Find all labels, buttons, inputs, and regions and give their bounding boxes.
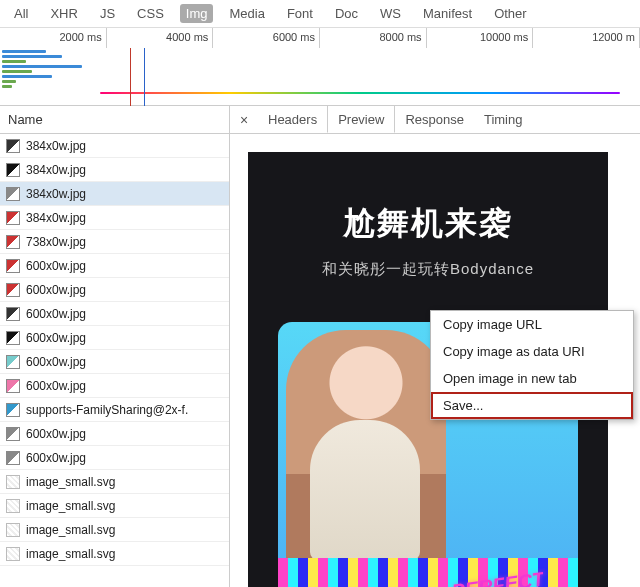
file-svg-icon (6, 475, 20, 489)
file-image-icon (6, 331, 20, 345)
preview-image-subtitle: 和关晓彤一起玩转Bodydance (248, 260, 608, 279)
file-image-icon (6, 379, 20, 393)
context-menu-item[interactable]: Copy image URL (431, 311, 633, 338)
request-name: 600x0w.jpg (26, 283, 86, 297)
filter-all[interactable]: All (8, 4, 34, 23)
filter-css[interactable]: CSS (131, 4, 170, 23)
request-name: image_small.svg (26, 523, 115, 537)
file-image-icon (6, 355, 20, 369)
context-menu-item[interactable]: Copy image as data URI (431, 338, 633, 365)
request-row[interactable]: 600x0w.jpg (0, 326, 229, 350)
file-image-icon (6, 283, 20, 297)
request-name: 600x0w.jpg (26, 331, 86, 345)
filter-ws[interactable]: WS (374, 4, 407, 23)
preview-image-title: 尬舞机来袭 (248, 152, 608, 246)
context-menu-item[interactable]: Save... (431, 392, 633, 419)
file-svg-icon (6, 523, 20, 537)
context-menu-item[interactable]: Open image in new tab (431, 365, 633, 392)
tab-response[interactable]: Response (395, 106, 474, 133)
detail-tabs: × HeadersPreviewResponseTiming (230, 106, 640, 134)
filter-js[interactable]: JS (94, 4, 121, 23)
filter-font[interactable]: Font (281, 4, 319, 23)
request-name: 600x0w.jpg (26, 259, 86, 273)
request-name: 384x0w.jpg (26, 211, 86, 225)
request-row[interactable]: 600x0w.jpg (0, 278, 229, 302)
request-name: 384x0w.jpg (26, 139, 86, 153)
file-image-icon (6, 211, 20, 225)
filter-manifest[interactable]: Manifest (417, 4, 478, 23)
request-list[interactable]: 384x0w.jpg384x0w.jpg384x0w.jpg384x0w.jpg… (0, 134, 229, 587)
request-name: image_small.svg (26, 475, 115, 489)
request-row[interactable]: 600x0w.jpg (0, 254, 229, 278)
request-name: 384x0w.jpg (26, 187, 86, 201)
request-name: 600x0w.jpg (26, 427, 86, 441)
timeline-tick: 8000 ms (320, 28, 427, 48)
file-image-icon (6, 427, 20, 441)
timeline-body (0, 48, 640, 106)
network-filter-bar: AllXHRJSCSSImgMediaFontDocWSManifestOthe… (0, 0, 640, 28)
request-name: 600x0w.jpg (26, 451, 86, 465)
request-row[interactable]: supports-FamilySharing@2x-f. (0, 398, 229, 422)
request-row[interactable]: image_small.svg (0, 518, 229, 542)
file-image-icon (6, 139, 20, 153)
file-image-icon (6, 451, 20, 465)
request-name: 600x0w.jpg (26, 307, 86, 321)
timeline-tick: 2000 ms (0, 28, 107, 48)
filter-media[interactable]: Media (223, 4, 270, 23)
timeline-tick: 12000 m (533, 28, 640, 48)
timeline-tick: 4000 ms (107, 28, 214, 48)
file-image-icon (6, 403, 20, 417)
request-row[interactable]: 600x0w.jpg (0, 446, 229, 470)
filter-doc[interactable]: Doc (329, 4, 364, 23)
timeline-ruler: 2000 ms4000 ms6000 ms8000 ms10000 ms1200… (0, 28, 640, 48)
request-row[interactable]: 384x0w.jpg (0, 182, 229, 206)
request-row[interactable]: 600x0w.jpg (0, 422, 229, 446)
file-svg-icon (6, 547, 20, 561)
tab-preview[interactable]: Preview (327, 106, 395, 133)
timeline-tick: 10000 ms (427, 28, 534, 48)
filter-img[interactable]: Img (180, 4, 214, 23)
filter-other[interactable]: Other (488, 4, 533, 23)
request-name: 600x0w.jpg (26, 379, 86, 393)
image-context-menu: Copy image URLCopy image as data URIOpen… (430, 310, 634, 420)
request-row[interactable]: 600x0w.jpg (0, 374, 229, 398)
tab-headers[interactable]: Headers (258, 106, 327, 133)
request-list-panel: Name 384x0w.jpg384x0w.jpg384x0w.jpg384x0… (0, 106, 230, 587)
timeline-tick: 6000 ms (213, 28, 320, 48)
request-name: 384x0w.jpg (26, 163, 86, 177)
request-row[interactable]: image_small.svg (0, 494, 229, 518)
file-image-icon (6, 235, 20, 249)
filter-xhr[interactable]: XHR (44, 4, 83, 23)
file-image-icon (6, 307, 20, 321)
request-name: image_small.svg (26, 499, 115, 513)
file-image-icon (6, 187, 20, 201)
request-name: supports-FamilySharing@2x-f. (26, 403, 188, 417)
request-name: image_small.svg (26, 547, 115, 561)
close-icon[interactable]: × (230, 112, 258, 128)
request-row[interactable]: image_small.svg (0, 470, 229, 494)
file-image-icon (6, 163, 20, 177)
request-row[interactable]: 600x0w.jpg (0, 350, 229, 374)
file-image-icon (6, 259, 20, 273)
tab-timing[interactable]: Timing (474, 106, 533, 133)
timeline-overview[interactable]: 2000 ms4000 ms6000 ms8000 ms10000 ms1200… (0, 28, 640, 106)
name-column-header[interactable]: Name (0, 106, 229, 134)
request-row[interactable]: 738x0w.jpg (0, 230, 229, 254)
file-svg-icon (6, 499, 20, 513)
request-row[interactable]: 384x0w.jpg (0, 134, 229, 158)
request-name: 600x0w.jpg (26, 355, 86, 369)
request-name: 738x0w.jpg (26, 235, 86, 249)
request-row[interactable]: 384x0w.jpg (0, 158, 229, 182)
request-row[interactable]: 384x0w.jpg (0, 206, 229, 230)
request-row[interactable]: 600x0w.jpg (0, 302, 229, 326)
request-row[interactable]: image_small.svg (0, 542, 229, 566)
